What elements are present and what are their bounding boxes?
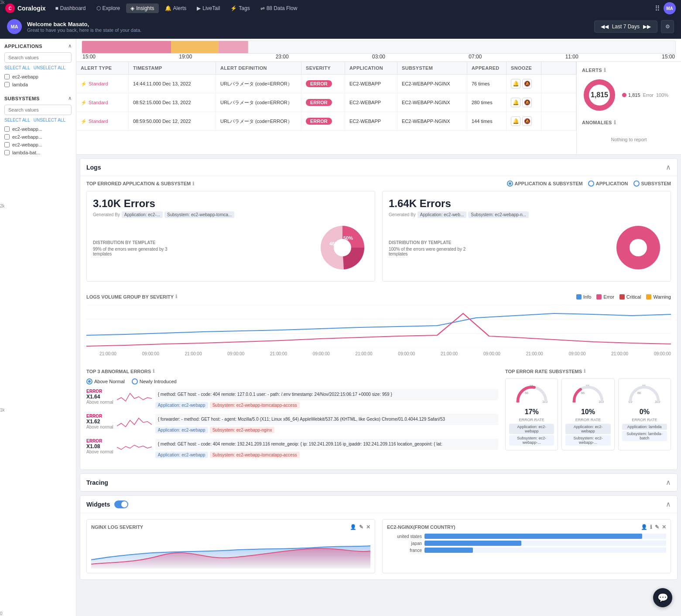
applications-unselect-all[interactable]: UNSELECT ALL (34, 65, 65, 70)
nav-tags[interactable]: ⚡ Tags (226, 3, 254, 13)
next-arrow[interactable]: ▶▶ (643, 24, 651, 30)
dist-label-1: DISTRIBUTION BY TEMPLATE (93, 240, 171, 245)
alerts-panel-title: ALERTS ℹ (582, 67, 676, 73)
prev-arrow[interactable]: ◀◀ (601, 24, 609, 30)
widgets-toggle[interactable] (114, 500, 128, 508)
sys-checkbox-1[interactable] (4, 134, 10, 140)
legend-error-label: Error (643, 92, 654, 98)
radio-app-subsystem[interactable]: Application & Subsystem (507, 180, 583, 187)
widget-nginx-label: NGINX LOG SEVERITY (91, 524, 143, 530)
app-ec2-webapp[interactable]: ec2-webapp (4, 73, 72, 81)
logo[interactable]: C Coralogix (5, 3, 46, 13)
alert-type-badge-2: ⚡ Standard (81, 119, 108, 124)
radio-app-subsystem-label: Application & Subsystem (515, 181, 583, 186)
td-alerts-1 (541, 93, 576, 112)
donut-chart: 1,815 (582, 78, 617, 112)
alert-type-label-2: Standard (89, 119, 108, 124)
app-tag-error-2: Application: ec2-webapp (155, 452, 208, 458)
radio-dot-sys (633, 180, 640, 187)
widget-country-title: EC2-NGINX(FROM COUNTRY) 👤 ℹ ✎ ✕ (387, 524, 666, 530)
distribution-text-2: DISTRIBUTION BY TEMPLATE 100% of the err… (389, 240, 467, 256)
tick-1: 19:00 (179, 54, 192, 60)
widget-country-info-icon[interactable]: ℹ (650, 524, 652, 530)
snooze-bell-0[interactable]: 🔔 (511, 79, 520, 88)
radio-application-label: Application (596, 181, 628, 186)
tab-newly-introduced[interactable]: Newly Introduced (132, 378, 177, 385)
welcome-text: Welcome back Masato, Great to have you b… (27, 21, 141, 33)
nav-dataflow[interactable]: ⇌ 88 Data Flow (256, 3, 302, 13)
error-meta-2: ERROR X1.08 Above normal (86, 439, 113, 454)
sys-checkbox-3[interactable] (4, 150, 10, 155)
snooze-bell-1[interactable]: 🔔 (511, 98, 520, 107)
applications-select-all[interactable]: SELECT ALL (4, 65, 30, 70)
widget-people-icon[interactable]: 👤 (350, 524, 356, 530)
nav-livetail[interactable]: ▶ LiveTail (192, 3, 224, 13)
x-10: 21:00:00 (526, 351, 543, 356)
gauge-label-0: ERROR RATE (509, 418, 554, 422)
subsystems-search[interactable] (4, 105, 72, 115)
sys-ec2-webapp-1[interactable]: ec2-webapp... (4, 133, 72, 141)
sys-ec2-webapp-0[interactable]: ec2-webapp... (4, 125, 72, 133)
applications-search[interactable] (4, 52, 72, 63)
radio-subsystem[interactable]: Subsystem (633, 180, 671, 187)
app-tag-error-1: Application: ec2-webapp (155, 427, 208, 433)
settings-button[interactable]: ⚙ (661, 20, 674, 33)
bar-bg-0 (424, 534, 666, 539)
tab-radio-new (132, 378, 138, 385)
td-alerts-2 (541, 112, 576, 130)
nav-explore[interactable]: ⬡ Explore (92, 3, 125, 13)
top-errored-header: TOP ERRORED APPLICATION & SUBSYSTEM ℹ Ap… (80, 176, 677, 191)
app-lambda-checkbox[interactable] (4, 82, 10, 87)
sys-checkbox-2[interactable] (4, 142, 10, 147)
tab-above-normal[interactable]: Above Normal (86, 378, 125, 385)
widget-country-close-icon[interactable]: ✕ (662, 524, 666, 530)
app-lambda[interactable]: lambda (4, 81, 72, 88)
widgets-collapse-btn[interactable]: ∧ (666, 500, 671, 508)
error-card-1: 3.10K Errors Generated By Application: e… (86, 191, 375, 282)
applications-select-links: SELECT ALL UNSELECT ALL (4, 65, 72, 70)
svg-text:66: 66 (637, 391, 641, 395)
alerts-top-area: 15:00 19:00 23:00 03:00 07:00 11:00 15:0… (76, 39, 681, 155)
logs-collapse-btn[interactable]: ∧ (666, 163, 671, 171)
app-ec2-webapp-checkbox[interactable] (4, 74, 10, 79)
radio-application[interactable]: Application (588, 180, 628, 187)
gauges: 00 33 100 66 17% ERROR RATE Application:… (505, 378, 671, 450)
widget-country-edit-icon[interactable]: ✎ (655, 524, 659, 530)
bar-fill-0 (424, 534, 642, 539)
nav-dashboard[interactable]: ■ Dashboard (51, 3, 90, 13)
legend-error-value: 1,815 (628, 92, 640, 98)
sys-lambda-bat[interactable]: lambda-bat... (4, 149, 72, 157)
snooze-alarm-1[interactable]: 🔕 (522, 98, 532, 107)
subsystems-select-all[interactable]: SELECT ALL (4, 118, 30, 123)
snooze-alarm-0[interactable]: 🔕 (522, 79, 532, 88)
widget-country-people-icon[interactable]: 👤 (641, 524, 647, 530)
applications-collapse-icon[interactable]: ∧ (68, 43, 72, 49)
gauge-svg-1: 00 33 100 66 (571, 383, 606, 405)
country-row-2: france (387, 548, 666, 553)
sys-checkbox-0[interactable] (4, 126, 10, 132)
td-sev-0: ERROR (301, 75, 345, 93)
subsystems-title: SUBSYSTEMS (4, 96, 40, 101)
snooze-alarm-2[interactable]: 🔕 (522, 116, 532, 126)
alerts-icon: 🔔 (165, 5, 171, 11)
pie-row-1: DISTRIBUTION BY TEMPLATE 99% of the erro… (93, 221, 369, 275)
td-app-0: EC2-WEBAPP (345, 75, 397, 93)
chat-bubble[interactable]: 💬 (653, 588, 672, 607)
sys-ec2-webapp-2[interactable]: ec2-webapp... (4, 141, 72, 149)
user-avatar[interactable]: MA (664, 2, 676, 14)
widget-edit-icon[interactable]: ✎ (359, 524, 363, 530)
nav-insights[interactable]: ◈ Insights (126, 3, 158, 13)
legend-warning-text: Warning (653, 294, 671, 299)
tracing-collapse-btn[interactable]: ∧ (666, 478, 671, 487)
donut-legend-error: 1,815 Error 100% (622, 92, 668, 98)
widget-close-icon[interactable]: ✕ (366, 524, 370, 530)
grid-icon[interactable]: ⠿ (655, 4, 660, 13)
nav-alerts[interactable]: 🔔 Alerts (161, 3, 191, 13)
snooze-bell-2[interactable]: 🔔 (511, 116, 520, 126)
error-cards: 3.10K Errors Generated By Application: e… (80, 191, 677, 288)
date-range-selector[interactable]: ◀◀ Last 7 Days ▶▶ (594, 20, 657, 33)
subsystems-unselect-all[interactable]: UNSELECT ALL (34, 118, 65, 123)
app-tag-1: Application: ec2-... (122, 211, 163, 218)
subsystems-collapse-icon[interactable]: ∧ (68, 95, 72, 101)
gauge-percent-2: 0% (622, 408, 667, 416)
